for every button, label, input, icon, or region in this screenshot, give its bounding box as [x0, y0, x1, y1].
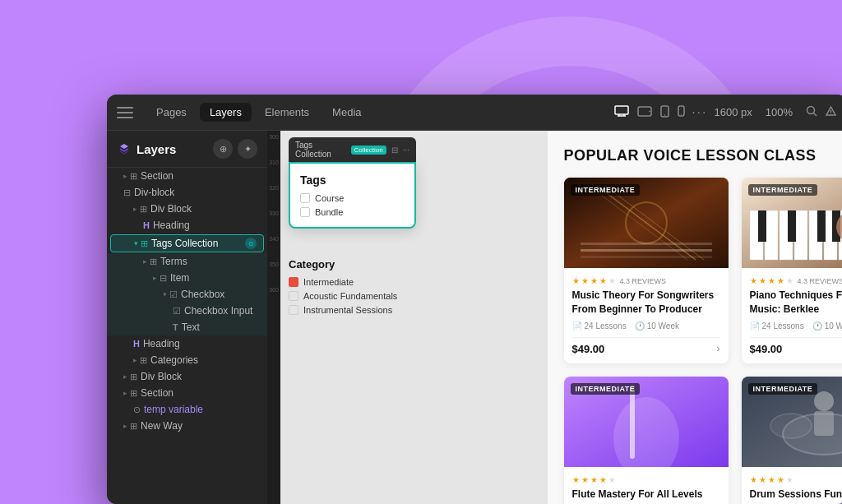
course-card-1[interactable]: INTERMEDIATE ★★★★★ 4.3 REVIEWS Music The… — [564, 178, 729, 363]
clone-icon: ⊟ — [391, 146, 398, 155]
tree-heading-2[interactable]: H Heading — [107, 335, 267, 352]
terms-icon: ⊞ — [150, 257, 157, 267]
tree-arrow: ▸ — [123, 422, 127, 430]
tree-new-way[interactable]: ▸ ⊞ New Way — [107, 418, 267, 434]
tree-label: Div-block — [134, 187, 174, 198]
checkbox-bundle: Bundle — [300, 207, 405, 217]
content-area: Layers ⊕ ✦ ▸ ⊞ Section ⊟ Div-block ▸ ⊞ — [107, 131, 842, 504]
tree-text[interactable]: T Text — [107, 319, 267, 335]
course-card-5[interactable]: INTERMEDIATE ★★★★★ Drum Sessions Fundame… — [742, 377, 843, 504]
divblock-icon: ⊟ — [123, 187, 131, 198]
tree-div-block-3[interactable]: ▸ ⊞ Div Block — [107, 368, 267, 385]
layers-sidebar: Layers ⊕ ✦ ▸ ⊞ Section ⊟ Div-block ▸ ⊞ — [107, 131, 267, 504]
tree-arrow: ▸ — [153, 274, 157, 282]
divblock-icon: ⊞ — [130, 372, 137, 382]
tree-arrow: ▸ — [143, 257, 147, 266]
tree-terms[interactable]: ▸ ⊞ Terms — [107, 253, 267, 270]
sidebar-header: Layers ⊕ ✦ — [107, 131, 267, 168]
tree-categories[interactable]: ▸ ⊞ Categories — [107, 352, 267, 368]
zoom-control[interactable]: 100% — [759, 104, 799, 121]
tablet-landscape-icon[interactable] — [637, 106, 652, 119]
card-stars-2: ★★★★★ 4.3 REVIEWS — [750, 276, 843, 285]
more-options-button[interactable]: ··· — [692, 105, 707, 120]
preview-tags-title: Tags — [300, 173, 405, 187]
tree-arrow: ▸ — [133, 205, 137, 213]
tree-checkbox[interactable]: ▾ ☑ Checkbox — [107, 286, 267, 303]
tree-label: Div Block — [141, 371, 182, 382]
heading-icon: H — [143, 220, 150, 230]
tree-section-2[interactable]: ▸ ⊞ Section — [107, 385, 267, 401]
card-title-5: Drum Sessions Fundamentals — [750, 488, 843, 502]
card-title-4: Flute Mastery For All Levels — [572, 488, 720, 502]
section-icon: ⊞ — [130, 171, 137, 182]
collection-tag-badge: Collection — [351, 146, 386, 155]
card-body-2: ★★★★★ 4.3 REVIEWS Piano Techniques For M… — [742, 268, 843, 363]
card-image-2: INTERMEDIATE — [742, 178, 843, 268]
tree-label: Div Block — [150, 203, 192, 215]
category-section: Category Intermediate Acoustic Fundament… — [289, 258, 416, 315]
section-icon: ⊞ — [130, 388, 137, 399]
card-badge-2: INTERMEDIATE — [748, 184, 818, 196]
card-title-1: Music Theory For Songwriters From Beginn… — [572, 289, 720, 317]
svg-rect-0 — [615, 106, 628, 114]
categories-icon: ⊞ — [140, 355, 147, 366]
newway-icon: ⊞ — [130, 421, 137, 432]
card-image-1: INTERMEDIATE — [564, 178, 729, 268]
layers-logo-icon — [117, 141, 132, 156]
tree-item[interactable]: ▸ ⊟ Item — [107, 270, 267, 286]
course-card-2[interactable]: INTERMEDIATE ★★★★★ 4.3 REVIEWS Piano Tec… — [742, 178, 843, 363]
more-icon: ··· — [403, 146, 409, 155]
card-body-1: ★★★★★ 4.3 REVIEWS Music Theory For Songw… — [564, 268, 729, 363]
tree-div-block-2[interactable]: ▸ ⊞ Div Block — [107, 201, 267, 217]
tab-layers[interactable]: Layers — [200, 103, 252, 122]
svg-rect-29 — [788, 210, 796, 242]
checkbox-input-icon: ☑ — [173, 306, 181, 317]
sidebar-bookmark-btn[interactable]: ⊕ — [213, 139, 233, 159]
card-footer-2: $49.00 › — [750, 337, 843, 355]
tree-label: Text — [182, 321, 200, 333]
card-title-2: Piano Techniques For Modern Music: Berkl… — [750, 289, 843, 317]
tree-section-1[interactable]: ▸ ⊞ Section — [107, 168, 267, 184]
svg-rect-28 — [758, 210, 766, 242]
divblock-icon: ⊞ — [140, 204, 147, 215]
card-footer-1: $49.00 › — [572, 337, 720, 355]
tab-pages[interactable]: Pages — [146, 103, 197, 122]
tree-arrow: ▸ — [123, 172, 127, 180]
tab-elements[interactable]: Elements — [255, 103, 319, 122]
sidebar-settings-btn[interactable]: ✦ — [238, 139, 257, 159]
tree-tags-collection[interactable]: ▾ ⊞ Tags Collection ⊙ — [110, 234, 264, 252]
tablet-portrait-icon[interactable] — [660, 105, 669, 120]
tree-checkbox-input[interactable]: ☑ Checkbox Input — [107, 303, 267, 319]
tree-label: Categories — [150, 354, 198, 366]
tab-media[interactable]: Media — [322, 103, 371, 122]
mobile-icon[interactable] — [678, 105, 685, 119]
alert-icon[interactable] — [825, 105, 837, 120]
hamburger-menu[interactable] — [117, 107, 133, 118]
tree-label: Heading — [143, 338, 180, 349]
search-icon[interactable] — [806, 105, 818, 120]
toolbar: Pages Layers Elements Media ··· — [107, 95, 842, 131]
tree-arrow: ▸ — [123, 372, 127, 381]
tree-temp-variable[interactable]: ⊙ temp variable — [107, 401, 267, 418]
content-panel: POPULAR VOICE LESSON CLASS — [548, 131, 843, 504]
svg-rect-30 — [817, 210, 826, 242]
course-card-4[interactable]: INTERMEDIATE ★★★★★ Flute Mastery For All… — [564, 377, 729, 504]
app-window: Pages Layers Elements Media ··· — [107, 95, 842, 504]
svg-rect-23 — [794, 210, 807, 260]
desktop-icon[interactable] — [614, 105, 629, 119]
collection-badge: ⊙ — [245, 238, 257, 249]
tree-div-block-1[interactable]: ⊟ Div-block — [107, 184, 267, 201]
tree-label: Heading — [153, 220, 190, 231]
tree-label: Checkbox — [181, 289, 224, 300]
card-image-5: INTERMEDIATE — [742, 377, 843, 467]
temp-icon: ⊙ — [133, 405, 141, 415]
svg-point-9 — [681, 113, 682, 114]
svg-point-13 — [830, 113, 831, 114]
svg-rect-45 — [814, 411, 834, 436]
collection-icon: ⊞ — [141, 238, 148, 249]
toolbar-tabs: Pages Layers Elements Media — [146, 103, 372, 122]
tree-label: Tags Collection — [151, 238, 218, 249]
card-meta-1: 📄 24 Lessons 🕐 10 Week — [572, 321, 720, 331]
card-body-4: ★★★★★ Flute Mastery For All Levels 📄 24 … — [564, 467, 729, 504]
tree-heading-1[interactable]: H Heading — [107, 217, 267, 234]
